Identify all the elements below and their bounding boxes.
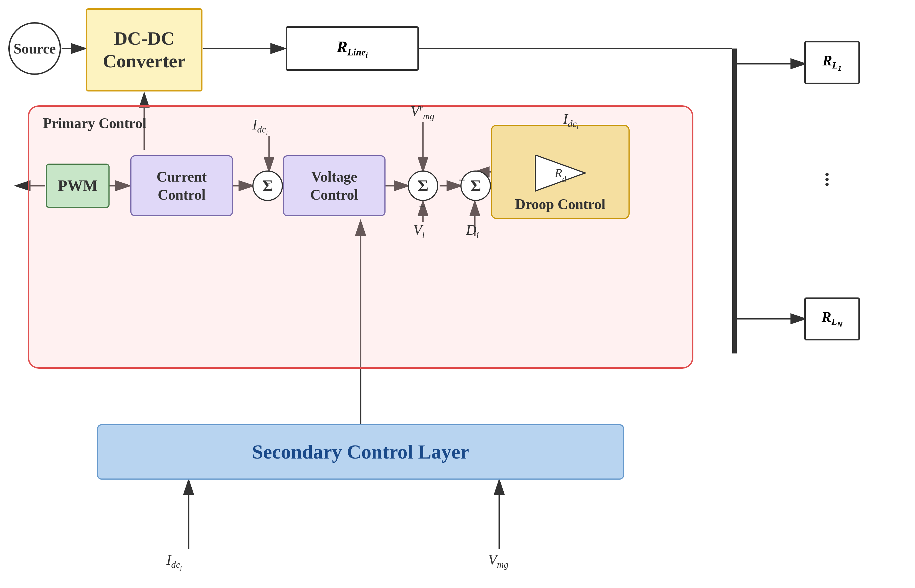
diagram-container: Source DC-DCConverter RLinei RL1 RLN ···… (0, 0, 915, 588)
pwm-label: PWM (58, 177, 97, 195)
sum-symbol-3: Σ (470, 176, 481, 195)
current-control-box: CurrentControl (130, 155, 233, 216)
source-node: Source (8, 22, 61, 75)
r-ln-label: RLN (822, 309, 842, 329)
sum-circle-2: Σ (408, 171, 438, 201)
v-mg-bottom-label: Vmg (488, 552, 508, 570)
dc-dc-label: DC-DCConverter (103, 27, 186, 73)
r-line-box: RLinei (286, 26, 419, 71)
rd-triangle: Rd (532, 155, 588, 194)
vertical-bus (732, 48, 737, 354)
r-line-label: RLinei (337, 37, 368, 60)
dc-dc-converter-box: DC-DCConverter (86, 8, 202, 92)
d-i-label: Di (466, 222, 479, 240)
sum2-minus-v-label: − (419, 199, 426, 213)
load-r-l1-box: RL1 (804, 41, 860, 84)
sum-symbol-2: Σ (417, 176, 428, 195)
primary-control-label: Primary Control (43, 115, 146, 131)
current-control-label: CurrentControl (157, 168, 207, 204)
pwm-box: PWM (46, 163, 110, 208)
secondary-control-label: Secondary Control Layer (252, 441, 469, 464)
v-i-label: Vi (413, 222, 425, 240)
i-dci-droop-label: Idci (563, 111, 578, 131)
droop-control-label: Droop Control (515, 196, 605, 212)
sum1-minus-sign: − (264, 177, 271, 191)
load-r-ln-box: RLN (804, 297, 860, 341)
source-label: Source (14, 40, 56, 57)
i-dci-top-label: Idci (252, 116, 268, 136)
voltage-control-box: VoltageControl (283, 155, 386, 216)
i-dcj-label: Idcj (167, 552, 182, 572)
droop-control-box: Rd Droop Control (491, 125, 630, 219)
r-l1-label: RL1 (823, 52, 842, 73)
sum3-minus-sign: − (458, 173, 465, 187)
secondary-control-box: Secondary Control Layer (97, 424, 624, 480)
v-mg-r-label: Vrmg (411, 103, 434, 121)
dots-between-loads: ··· (815, 172, 839, 187)
voltage-control-label: VoltageControl (310, 168, 358, 204)
